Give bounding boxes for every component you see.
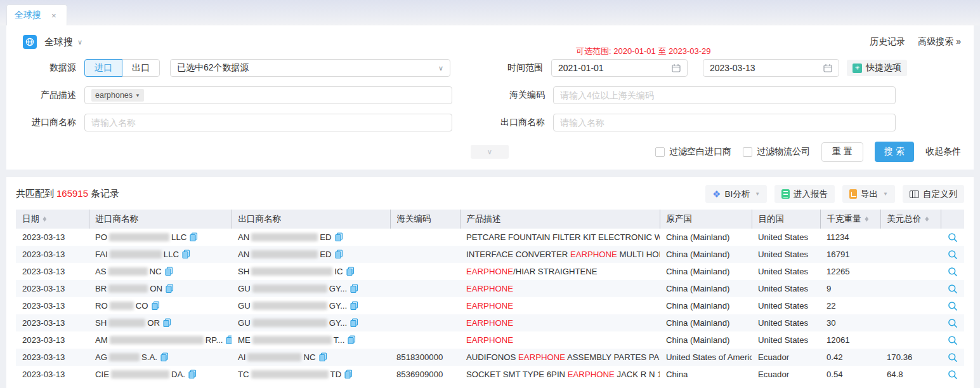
- detail-search-icon[interactable]: [948, 267, 958, 277]
- cell-origin-country: China (Mainland): [660, 314, 752, 331]
- cell-detail-action[interactable]: [941, 314, 964, 331]
- company-copy-icon[interactable]: [188, 370, 197, 378]
- column-header[interactable]: 日期▲▼: [16, 210, 89, 229]
- checkbox-icon[interactable]: [655, 147, 665, 157]
- product-text: MULTI HORN WIRE...: [617, 250, 660, 259]
- chevron-down-icon: ▼: [755, 191, 760, 197]
- company-cell: FAILLC: [89, 246, 232, 263]
- cell-date: 2023-03-13: [16, 349, 89, 366]
- detail-search-icon[interactable]: [948, 232, 958, 243]
- custom-columns-button[interactable]: 自定义列: [903, 185, 964, 203]
- detail-search-icon[interactable]: [948, 284, 958, 294]
- company-copy-icon[interactable]: [166, 284, 174, 293]
- result-count-number: 165915: [56, 188, 88, 199]
- tab-global-search[interactable]: 全球搜 ×: [6, 4, 67, 25]
- table-row[interactable]: 2023-03-13AGS.A.AINC8518300000AUDIFONOS …: [16, 349, 964, 366]
- company-copy-icon[interactable]: [182, 250, 190, 258]
- datasource-select[interactable]: 已选中62个数据源 ∨: [170, 59, 450, 77]
- expand-more-button[interactable]: ∨: [471, 145, 509, 159]
- column-header[interactable]: 千克重量▲▼: [820, 210, 880, 229]
- column-header: 目的国: [752, 210, 820, 229]
- sort-icon[interactable]: ▲▼: [42, 217, 47, 222]
- company-copy-icon[interactable]: [350, 318, 358, 327]
- results-panel: 共匹配到165915条记录 ❖ BI分析 ▼ 进入报告 导出 ▼ 自定义列: [6, 177, 974, 388]
- company-prefix: PO: [95, 232, 107, 242]
- table-row[interactable]: 2023-03-13FAILLCANEDINTERFACE CONVERTER …: [16, 246, 964, 263]
- company-copy-icon[interactable]: [163, 318, 171, 327]
- company-copy-icon[interactable]: [319, 352, 327, 361]
- company-copy-icon[interactable]: [152, 301, 160, 310]
- enter-report-button[interactable]: 进入报告: [774, 185, 835, 203]
- cell-detail-action[interactable]: [941, 263, 964, 280]
- company-copy-icon[interactable]: [190, 232, 198, 241]
- reset-button[interactable]: 重置: [821, 142, 863, 162]
- cell-detail-action[interactable]: [941, 366, 964, 383]
- search-button[interactable]: 搜索: [875, 142, 914, 162]
- sort-icon[interactable]: ▲▼: [925, 217, 929, 222]
- company-copy-icon[interactable]: [335, 232, 343, 241]
- table-row[interactable]: 2023-03-13AMRP...MET...EARPHONEChina (Ma…: [16, 331, 964, 349]
- collapse-conditions-link[interactable]: 收起条件: [925, 146, 961, 157]
- table-row[interactable]: 2023-03-13BRONGUGY...EARPHONEChina (Main…: [16, 280, 964, 297]
- end-date-input[interactable]: 2023-03-13: [703, 59, 839, 77]
- close-icon[interactable]: ×: [51, 11, 56, 20]
- company-copy-icon[interactable]: [165, 267, 173, 276]
- hscode-input[interactable]: [560, 90, 889, 100]
- cell-detail-action[interactable]: [941, 331, 964, 349]
- detail-search-icon[interactable]: [948, 335, 958, 345]
- keyword-highlight: EARPHONE: [466, 284, 513, 293]
- column-header[interactable]: 美元总价▲▼: [880, 210, 941, 229]
- detail-search-icon[interactable]: [948, 352, 958, 363]
- company-copy-icon[interactable]: [160, 352, 169, 361]
- cell-value-usd: [880, 246, 941, 263]
- cell-detail-action[interactable]: [941, 246, 964, 263]
- company-suffix: GY...: [329, 284, 347, 293]
- table-row[interactable]: 2023-03-13ASNCSHICEARPHONE/HIAR STRAIGHT…: [16, 263, 964, 280]
- export-button[interactable]: 导出 ▼: [842, 185, 895, 203]
- import-toggle-button[interactable]: 进口: [84, 59, 122, 77]
- redacted-text: [110, 250, 162, 258]
- detail-search-icon[interactable]: [948, 301, 958, 311]
- advanced-search-link[interactable]: 高级搜索 »: [918, 36, 961, 48]
- company-copy-icon[interactable]: [350, 301, 358, 310]
- start-date-input[interactable]: 2021-01-01: [551, 59, 688, 77]
- redacted-text: [247, 353, 301, 361]
- filter-blank-importer-checkbox[interactable]: 过滤空白进口商: [655, 146, 731, 157]
- cell-destination-country: United States: [752, 331, 820, 349]
- detail-search-icon[interactable]: [948, 318, 958, 328]
- checkbox-icon[interactable]: [743, 147, 752, 157]
- column-header: 海关编码: [390, 210, 460, 229]
- table-row[interactable]: 2023-03-13POLLCANEDPETCARE FOUNTAIN FILT…: [16, 229, 964, 246]
- detail-search-icon[interactable]: [948, 250, 958, 260]
- bi-analysis-button[interactable]: ❖ BI分析 ▼: [705, 185, 767, 203]
- cell-detail-action[interactable]: [941, 297, 964, 314]
- cell-destination-country: United States: [752, 314, 820, 331]
- company-prefix: GU: [238, 318, 251, 328]
- cell-detail-action[interactable]: [941, 280, 964, 297]
- cell-detail-action[interactable]: [941, 229, 964, 246]
- chevron-down-icon[interactable]: ∨: [77, 38, 82, 46]
- importer-input[interactable]: [91, 117, 445, 128]
- cell-date: 2023-03-13: [16, 229, 89, 246]
- company-copy-icon[interactable]: [335, 250, 343, 258]
- cell-detail-action[interactable]: [941, 349, 964, 366]
- company-copy-icon[interactable]: [348, 335, 356, 344]
- company-copy-icon[interactable]: [346, 267, 355, 276]
- product-text: /HIAR STRAIGHTENE: [513, 267, 598, 276]
- table-row[interactable]: 2023-03-13ROCOGUGY...EARPHONEChina (Main…: [16, 297, 964, 314]
- product-text: JACK R N 1 SOCKET...: [615, 370, 660, 379]
- history-link[interactable]: 历史记录: [870, 36, 905, 48]
- company-copy-icon[interactable]: [350, 284, 358, 293]
- export-toggle-button[interactable]: 出口: [122, 59, 160, 77]
- product-desc-input[interactable]: earphones ▼: [84, 86, 452, 104]
- product-keyword-tag[interactable]: earphones ▼: [91, 89, 144, 102]
- quick-options-button[interactable]: ✳ 快捷选项: [847, 60, 907, 76]
- table-row[interactable]: 2023-03-13CIEDA.TCTD8536909000SOCKET SMT…: [16, 366, 964, 383]
- exporter-input[interactable]: [560, 117, 889, 128]
- company-copy-icon[interactable]: [344, 370, 353, 378]
- company-copy-icon[interactable]: [226, 335, 232, 344]
- filter-logistics-checkbox[interactable]: 过滤物流公司: [743, 146, 810, 157]
- sort-icon[interactable]: ▲▼: [865, 217, 869, 222]
- detail-search-icon[interactable]: [948, 370, 958, 380]
- table-row[interactable]: 2023-03-13SHORGUGY...EARPHONEChina (Main…: [16, 314, 964, 331]
